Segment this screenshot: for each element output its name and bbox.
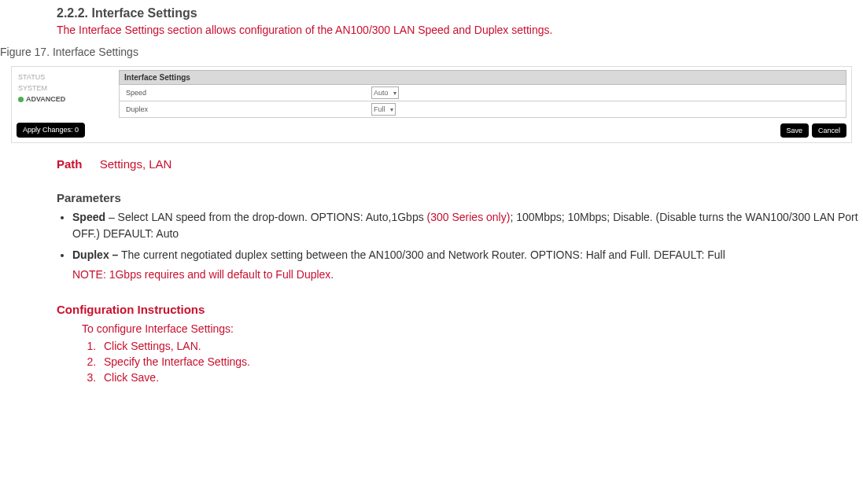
screenshot-panel: Interface Settings Speed Auto ▾ Duplex F…: [119, 70, 846, 118]
parameters-heading: Parameters: [57, 191, 863, 204]
speed-select-value: Auto: [374, 89, 389, 97]
section-subtext: The Interface Settings section allows co…: [57, 24, 863, 36]
active-dot-icon: [18, 97, 24, 102]
param-duplex: Duplex – The current negotiated duplex s…: [72, 247, 863, 263]
path-value: Settings, LAN: [100, 157, 172, 171]
save-button[interactable]: Save: [780, 123, 810, 138]
row-duplex-label: Duplex: [120, 102, 368, 116]
step-1: Click Settings, LAN.: [99, 340, 863, 352]
nav-item-advanced[interactable]: ADVANCED: [17, 94, 111, 105]
config-instructions-heading: Configuration Instructions: [57, 303, 863, 316]
param-speed-text1: – Select LAN speed from the drop-down. O…: [105, 211, 427, 223]
section-heading: 2.2.2. Interface Settings: [57, 6, 863, 20]
row-speed: Speed Auto ▾: [119, 85, 846, 101]
step-2: Specify the Interface Settings.: [99, 355, 863, 368]
figure-caption: Figure 17. Interface Settings: [0, 46, 863, 58]
duplex-select-value: Full: [374, 105, 385, 113]
duplex-note: NOTE: 1Gbps requires and will default to…: [72, 268, 863, 281]
param-speed-red: (300 Series only): [427, 211, 511, 223]
chevron-down-icon: ▾: [390, 106, 393, 113]
nav-item-advanced-label: ADVANCED: [26, 95, 65, 103]
parameters-list: Speed – Select LAN speed from the drop-d…: [57, 209, 863, 263]
row-duplex: Duplex Full ▾: [119, 101, 846, 118]
cancel-button[interactable]: Cancel: [812, 123, 846, 138]
panel-title: Interface Settings: [119, 70, 846, 85]
duplex-select[interactable]: Full ▾: [371, 103, 396, 116]
nav-item-system[interactable]: SYSTEM: [17, 83, 111, 94]
step-3: Click Save.: [99, 371, 863, 384]
speed-select[interactable]: Auto ▾: [371, 86, 399, 99]
apply-changes-button[interactable]: Apply Changes: 0: [17, 123, 85, 138]
path-label: Path: [57, 157, 83, 171]
nav-item-status[interactable]: STATUS: [17, 72, 111, 83]
row-speed-label: Speed: [120, 86, 368, 100]
config-steps: Click Settings, LAN. Specify the Interfa…: [82, 340, 863, 384]
screenshot-nav: STATUS SYSTEM ADVANCED: [17, 70, 111, 118]
path-row: Path Settings, LAN: [57, 157, 863, 171]
interface-settings-screenshot: STATUS SYSTEM ADVANCED Interface Setting…: [11, 66, 852, 143]
config-intro: To configure Interface Settings:: [82, 322, 863, 335]
param-speed-label: Speed: [72, 211, 105, 223]
param-duplex-text: The current negotiated duplex setting be…: [118, 248, 725, 261]
param-speed: Speed – Select LAN speed from the drop-d…: [72, 209, 863, 242]
chevron-down-icon: ▾: [393, 90, 396, 97]
param-duplex-label: Duplex –: [72, 248, 118, 261]
